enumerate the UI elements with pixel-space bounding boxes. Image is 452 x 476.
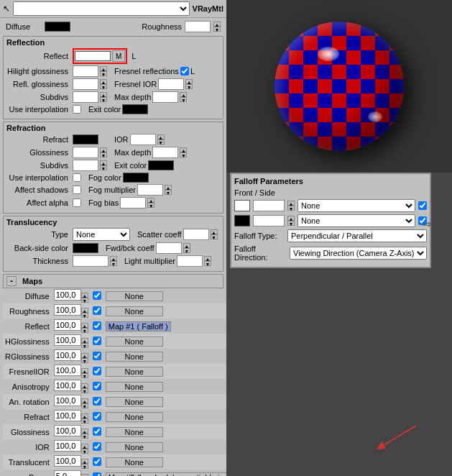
map-name-btn-2[interactable]: Map #1 ( Falloff ) (106, 321, 171, 331)
falloff-value1[interactable]: 100,0 (253, 200, 285, 211)
map-checkbox-11[interactable] (93, 457, 101, 466)
map-value-input-6[interactable] (54, 380, 81, 391)
map-name-btn-7[interactable]: None (106, 397, 163, 407)
map-value-input-0[interactable] (54, 289, 81, 301)
map-name-btn-10[interactable]: None (106, 442, 163, 452)
map-spinner-4[interactable]: ▲▼ (81, 353, 88, 363)
reflect-color[interactable] (75, 51, 111, 61)
hilight-input[interactable]: 1,0 (73, 65, 98, 77)
ref-exit-color[interactable] (148, 160, 174, 170)
falloff-none1-select[interactable]: None (298, 199, 415, 212)
falloff-check1[interactable] (418, 201, 427, 210)
hilight-spinner[interactable]: ▲ ▼ (100, 66, 107, 76)
subdivs-spinner[interactable]: ▲ ▼ (100, 92, 107, 102)
map-spinner-7[interactable]: ▲▼ (81, 398, 88, 408)
map-checkbox-10[interactable] (93, 442, 101, 451)
map-name-btn-11[interactable]: None (106, 457, 163, 467)
map-checkbox-4[interactable] (93, 352, 101, 360)
fog-bias-input[interactable]: 0,0 (120, 197, 146, 209)
map-spinner-5[interactable]: ▲▼ (81, 368, 88, 378)
gloss-input[interactable]: 1,0 (73, 147, 98, 158)
gloss-spinner[interactable]: ▲ ▼ (100, 147, 107, 157)
map-value-input-11[interactable] (54, 455, 81, 467)
diffuse-color-swatch[interactable] (45, 22, 70, 32)
falloff-spinner2[interactable]: ▲ ▼ (287, 216, 295, 226)
map-name-btn-1[interactable]: None (106, 306, 163, 316)
fresnel-checkbox[interactable] (180, 67, 189, 75)
map-checkbox-0[interactable] (93, 291, 101, 300)
map-checkbox-2[interactable] (93, 321, 101, 330)
map-name-btn-3[interactable]: None (106, 337, 163, 347)
map-value-input-4[interactable] (54, 349, 81, 361)
fog-mult-input[interactable]: 1,0 (137, 184, 163, 196)
map-value-input-9[interactable] (54, 425, 81, 436)
map-value-input-8[interactable] (54, 410, 81, 421)
ior-spinner[interactable]: ▲ ▼ (157, 134, 165, 145)
reflect-m-btn[interactable]: M (112, 50, 125, 62)
map-spinner-0[interactable]: ▲▼ (81, 293, 88, 303)
map-spinner-2[interactable]: ▲▼ (81, 323, 88, 333)
fresnel-ior-spinner[interactable]: ▲ ▼ (185, 79, 193, 89)
map-name-btn-8[interactable]: None (106, 412, 163, 422)
fog-bias-spinner[interactable]: ▲ ▼ (147, 198, 154, 208)
map-spinner-11[interactable]: ▲▼ (81, 459, 88, 469)
fresnel-ior-input[interactable]: 20,0 (158, 78, 184, 90)
map-value-input-12[interactable] (54, 470, 81, 476)
type-select[interactable]: None (73, 228, 130, 241)
map-spinner-9[interactable]: ▲▼ (81, 429, 88, 439)
map-value-input-3[interactable] (54, 334, 81, 346)
falloff-color2[interactable] (234, 215, 250, 226)
map-value-input-7[interactable] (54, 395, 81, 406)
scatter-spinner[interactable]: ▲ ▼ (211, 229, 218, 239)
map-name-btn-4[interactable]: None (106, 352, 163, 362)
map-value-input-1[interactable] (54, 304, 81, 316)
map-checkbox-12[interactable] (93, 472, 101, 477)
fwd-bck-spinner[interactable]: ▲ ▼ (183, 243, 190, 253)
ref-use-interp-checkbox[interactable] (73, 173, 81, 182)
refl-gloss-spinner[interactable]: ▲ ▼ (100, 79, 107, 89)
thickness-spinner[interactable]: ▲ ▼ (110, 256, 117, 266)
roughness-up[interactable]: ▲ (213, 22, 221, 27)
falloff-spinner1[interactable]: ▲ ▼ (287, 201, 295, 211)
fog-color-swatch[interactable] (123, 173, 149, 183)
subdivs-input[interactable]: 8 (73, 91, 98, 103)
light-mult-spinner[interactable]: ▲ ▼ (204, 256, 211, 266)
map-name-btn-5[interactable]: None (106, 367, 163, 377)
falloff-value2[interactable]: 100,0 (253, 215, 285, 226)
light-mult-input[interactable]: 1,0 (177, 255, 203, 267)
ref-max-depth-spinner[interactable]: ▲ ▼ (180, 147, 187, 157)
map-name-btn-6[interactable]: None (106, 382, 163, 392)
map-spinner-1[interactable]: ▲▼ (81, 308, 88, 318)
map-spinner-8[interactable]: ▲▼ (81, 413, 88, 424)
thickness-input[interactable]: 2540,0 (73, 255, 109, 267)
falloff-direction-select[interactable]: Viewing Direction (Camera Z-Axis) (290, 247, 427, 260)
map-value-input-5[interactable] (54, 365, 81, 376)
ref-max-depth-input[interactable]: 5 (152, 147, 178, 158)
ior-input[interactable]: 1,6 (130, 134, 156, 145)
map-name-btn-9[interactable]: None (106, 427, 163, 437)
roughness-down[interactable]: ▼ (213, 27, 221, 32)
preset-dropdown[interactable]: 02 - Default (13, 1, 190, 16)
map-value-input-2[interactable] (54, 319, 81, 331)
map-name-btn-12[interactable]: Map #8 (brushed_bump_tiable.jpg) (106, 472, 226, 477)
map-checkbox-9[interactable] (93, 427, 101, 436)
backside-color[interactable] (73, 243, 98, 253)
refract-color[interactable] (73, 134, 98, 145)
falloff-type-select[interactable]: Perpendicular / Parallel (287, 229, 427, 242)
roughness-spinner[interactable]: ▲ ▼ (213, 22, 221, 32)
ref-subdivs-spinner[interactable]: ▲ ▼ (100, 160, 107, 170)
max-depth-spinner[interactable]: ▲ ▼ (180, 92, 187, 102)
falloff-none2-select[interactable]: None (298, 214, 415, 227)
fwd-bck-input[interactable]: 1,0 (156, 242, 182, 254)
refl-gloss-input[interactable]: 0,96 (73, 78, 98, 90)
map-spinner-6[interactable]: ▲▼ (81, 383, 88, 393)
roughness-input[interactable]: 0,0 (185, 21, 211, 32)
exit-color-swatch[interactable] (122, 104, 148, 114)
scatter-input[interactable]: 0,0 (183, 229, 209, 240)
ref-subdivs-input[interactable]: 8 (73, 160, 98, 171)
expand-arrow[interactable]: ⇒ (422, 217, 431, 231)
fog-mult-spinner[interactable]: ▲ ▼ (165, 185, 172, 195)
affect-alpha-checkbox[interactable] (73, 198, 81, 207)
map-checkbox-6[interactable] (93, 382, 101, 390)
map-checkbox-7[interactable] (93, 397, 101, 406)
